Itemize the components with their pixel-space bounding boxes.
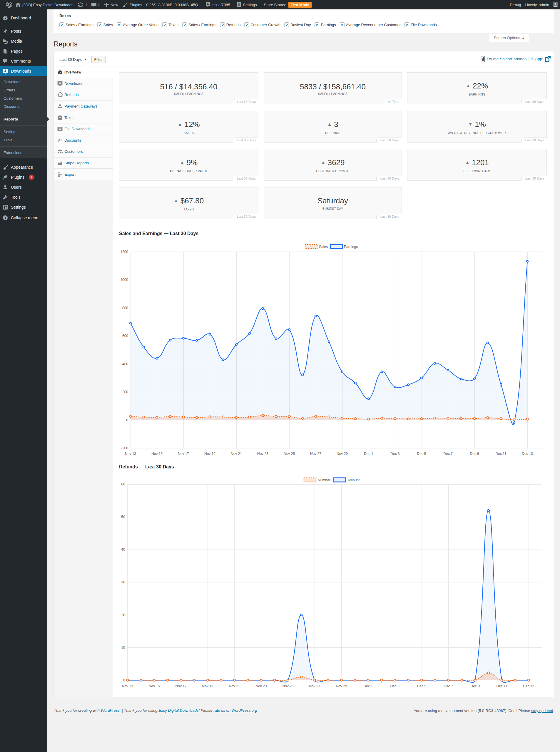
svg-text:Nov 15: Nov 15 bbox=[149, 684, 160, 688]
svg-text:Nov 21: Nov 21 bbox=[231, 452, 242, 456]
svg-text:Dec 7: Dec 7 bbox=[443, 452, 453, 456]
svg-text:Earnings: Earnings bbox=[344, 245, 358, 249]
svg-text:Sales: Sales bbox=[319, 245, 328, 249]
svg-text:Nov 29: Nov 29 bbox=[337, 452, 348, 456]
svg-text:Number: Number bbox=[318, 478, 331, 482]
svg-text:Nov 21: Nov 21 bbox=[229, 684, 240, 688]
svg-text:800: 800 bbox=[122, 306, 128, 310]
svg-text:10: 10 bbox=[121, 646, 125, 650]
svg-text:Amount: Amount bbox=[347, 478, 360, 482]
svg-text:0: 0 bbox=[123, 678, 125, 682]
svg-text:60: 60 bbox=[121, 482, 125, 486]
svg-text:-200: -200 bbox=[121, 446, 128, 450]
svg-text:Nov 17: Nov 17 bbox=[176, 684, 187, 688]
svg-text:600: 600 bbox=[122, 334, 128, 338]
svg-text:Nov 27: Nov 27 bbox=[310, 452, 321, 456]
svg-text:Dec 5: Dec 5 bbox=[417, 684, 426, 688]
svg-text:50: 50 bbox=[121, 515, 125, 519]
svg-text:Nov 13: Nov 13 bbox=[125, 452, 136, 456]
svg-text:Dec 3: Dec 3 bbox=[391, 684, 400, 688]
svg-text:Nov 13: Nov 13 bbox=[122, 684, 133, 688]
svg-text:Dec 9: Dec 9 bbox=[471, 684, 480, 688]
svg-text:40: 40 bbox=[121, 547, 125, 552]
svg-text:Nov 17: Nov 17 bbox=[178, 452, 189, 456]
svg-text:Nov 19: Nov 19 bbox=[204, 452, 216, 456]
svg-text:Nov 27: Nov 27 bbox=[309, 684, 320, 688]
svg-text:0: 0 bbox=[126, 418, 128, 422]
svg-text:Refunds — Last 30 Days: Refunds — Last 30 Days bbox=[119, 464, 174, 469]
svg-text:Dec 5: Dec 5 bbox=[417, 452, 426, 456]
svg-text:Dec 13: Dec 13 bbox=[523, 684, 534, 688]
svg-text:Nov 25: Nov 25 bbox=[282, 684, 293, 688]
svg-text:Dec 13: Dec 13 bbox=[522, 452, 533, 456]
svg-text:Nov 25: Nov 25 bbox=[284, 452, 295, 456]
svg-text:Dec 9: Dec 9 bbox=[470, 452, 479, 456]
svg-text:Dec 11: Dec 11 bbox=[495, 452, 506, 456]
svg-text:Nov 19: Nov 19 bbox=[202, 684, 214, 688]
svg-text:20: 20 bbox=[121, 613, 125, 617]
svg-text:Dec 7: Dec 7 bbox=[444, 684, 453, 688]
svg-text:Nov 15: Nov 15 bbox=[152, 452, 163, 456]
svg-text:1200: 1200 bbox=[120, 250, 128, 254]
svg-text:Sales and Earnings — Last 30 D: Sales and Earnings — Last 30 Days bbox=[119, 231, 198, 236]
svg-text:400: 400 bbox=[122, 362, 128, 366]
svg-text:Nov 29: Nov 29 bbox=[336, 684, 347, 688]
svg-text:200: 200 bbox=[122, 390, 128, 394]
svg-text:1000: 1000 bbox=[120, 278, 128, 282]
svg-text:Dec 1: Dec 1 bbox=[364, 452, 373, 456]
svg-text:Dec 1: Dec 1 bbox=[364, 684, 373, 688]
svg-text:Nov 23: Nov 23 bbox=[257, 452, 268, 456]
svg-text:Dec 3: Dec 3 bbox=[391, 452, 400, 456]
svg-text:30: 30 bbox=[121, 580, 125, 584]
svg-text:Dec 11: Dec 11 bbox=[497, 684, 507, 688]
svg-text:Nov 23: Nov 23 bbox=[256, 684, 267, 688]
